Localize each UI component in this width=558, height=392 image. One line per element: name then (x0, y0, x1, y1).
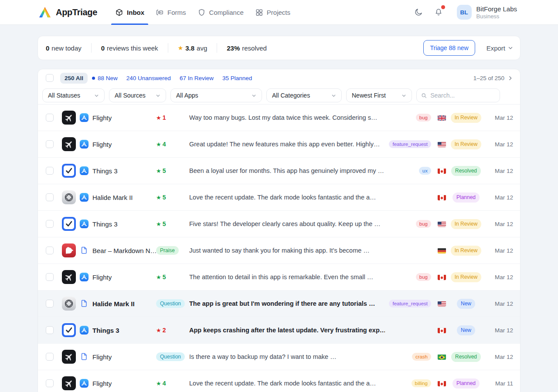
app-name: Things 3 (92, 220, 156, 228)
nav-tab-projects[interactable]: Projects (249, 0, 296, 25)
status-badge: Resolved (451, 352, 481, 362)
row-checkbox[interactable] (46, 114, 54, 122)
form-input-icon (156, 8, 164, 17)
status-badge: New (457, 325, 475, 335)
flag-ca-icon (438, 328, 446, 333)
nav-tab-label: Inbox (127, 9, 144, 16)
flag-br-icon (438, 355, 446, 360)
filter-select-all-statuses[interactable]: All Statuses (42, 88, 105, 102)
review-row[interactable]: Flighty ★4 Great update! The new feature… (38, 131, 520, 158)
notifications-button[interactable] (433, 7, 444, 17)
review-row[interactable]: Flighty ★4 Love the recent update. The d… (38, 370, 520, 392)
bell-icon (434, 8, 443, 17)
flag-us-icon (438, 222, 446, 227)
appstore-icon (79, 272, 89, 282)
row-checkbox[interactable] (46, 379, 54, 387)
row-checkbox[interactable] (46, 326, 54, 334)
review-row[interactable]: Bear – Markdown N… Praise Just wanted to… (38, 237, 520, 264)
rating: ★5 (156, 194, 189, 201)
flag-us-icon (438, 301, 446, 307)
review-row[interactable]: Halide Mark II Question The app is great… (38, 291, 520, 317)
row-checkbox[interactable] (46, 247, 54, 254)
rating-value: 5 (163, 274, 166, 280)
export-button[interactable]: Export (487, 44, 513, 52)
select-all-checkbox[interactable] (46, 74, 54, 82)
flag-ca-icon (438, 169, 446, 174)
nav-tab-forms[interactable]: Forms (150, 0, 192, 25)
filter-select-all-apps[interactable]: All Apps (170, 88, 262, 102)
star-icon: ★ (156, 168, 161, 174)
review-row[interactable]: Flighty ★5 The attention to detail in th… (38, 264, 520, 291)
nav-tab-compliance[interactable]: Compliance (192, 0, 249, 25)
source-icon-wrap (79, 378, 89, 388)
row-checkbox[interactable] (46, 300, 54, 308)
row-checkbox[interactable] (46, 353, 54, 361)
filter-select-all-sources[interactable]: All Sources (109, 88, 166, 102)
stat-label: avg (197, 44, 207, 52)
app-name: Flighty (92, 353, 156, 361)
search-input[interactable] (430, 92, 495, 99)
search-icon (421, 92, 427, 99)
row-checkbox[interactable] (46, 220, 54, 228)
filter-tab-planned[interactable]: 35 Planned (218, 73, 256, 84)
filter-select-all-categories[interactable]: All Categories (266, 88, 342, 102)
star-icon: ★ (178, 44, 184, 51)
review-row[interactable]: Flighty ★1 Way too many bugs. Lost my da… (38, 105, 520, 131)
source-icon-wrap (79, 352, 89, 362)
dark-mode-toggle[interactable] (413, 7, 424, 17)
pagination[interactable]: 1–25 of 250 (473, 75, 513, 81)
chevron-right-icon[interactable] (507, 75, 513, 81)
flag-ca-icon (438, 381, 446, 386)
review-row[interactable]: Things 3 ★2 App keeps crashing after the… (38, 317, 520, 344)
row-checkbox[interactable] (46, 193, 54, 201)
search-box[interactable] (416, 88, 500, 102)
row-checkbox[interactable] (46, 140, 54, 148)
flighty-app-icon (62, 270, 76, 284)
rating-value: 1 (163, 114, 166, 121)
triage-button[interactable]: Triage 88 new (423, 40, 475, 56)
pagination-label: 1–25 of 250 (473, 75, 504, 81)
review-text: Great update! The new features make this… (189, 141, 385, 148)
review-row[interactable]: Things 3 ★5 Been a loyal user for months… (38, 158, 520, 184)
cube-icon (115, 8, 123, 17)
status-badge: Resolved (451, 166, 481, 176)
review-row[interactable]: Flighty Question Is there a way to backu… (38, 344, 520, 370)
source-icon-wrap (79, 325, 89, 335)
review-date: Mar 12 (482, 141, 513, 148)
account-type: Business (476, 13, 517, 20)
category-tag: feature_request (389, 140, 431, 148)
filter-tab-unanswered[interactable]: 240 Unanswered (122, 73, 175, 84)
flighty-app-icon (62, 137, 76, 151)
country-flag (438, 142, 446, 147)
nav-tab-inbox[interactable]: Inbox (109, 0, 150, 25)
rating-value: 5 (163, 194, 166, 201)
rating-value: 4 (163, 380, 166, 387)
filter-tab-all[interactable]: 250 All (60, 73, 88, 84)
stat-item: 23%resolved (217, 44, 276, 52)
rating-value: 5 (163, 167, 166, 174)
filter-select-newest-first[interactable]: Newest First (346, 88, 412, 102)
filter-tab-new[interactable]: 88 New (88, 73, 122, 84)
star-icon: ★ (156, 141, 161, 148)
status-badge: In Review (451, 272, 482, 282)
review-row[interactable]: Halide Mark II ★5 Love the recent update… (38, 184, 520, 211)
row-checkbox[interactable] (46, 273, 54, 281)
app-name: Things 3 (92, 167, 156, 175)
category-tag: ux (419, 167, 431, 175)
appstore-icon (79, 325, 89, 335)
flag-gb-icon (438, 115, 446, 121)
rating-value: 2 (163, 327, 166, 334)
app-name: Things 3 (92, 327, 156, 334)
stats-bar: 0new today0reviews this week★3.8avg23%re… (37, 36, 521, 60)
rating: Question (156, 299, 189, 308)
app-name: Flighty (92, 274, 156, 281)
filter-tab-in-review[interactable]: 67 In Review (175, 73, 218, 84)
avatar[interactable]: BL (457, 5, 472, 20)
star-icon: ★ (156, 380, 161, 387)
stat-value: 0 (46, 44, 49, 52)
review-row[interactable]: Things 3 ★5 Five stars! The developer cl… (38, 211, 520, 237)
row-checkbox[interactable] (46, 167, 54, 175)
review-date: Mar 12 (482, 301, 513, 307)
rating-value: 5 (163, 220, 166, 227)
notification-dot (441, 5, 445, 9)
